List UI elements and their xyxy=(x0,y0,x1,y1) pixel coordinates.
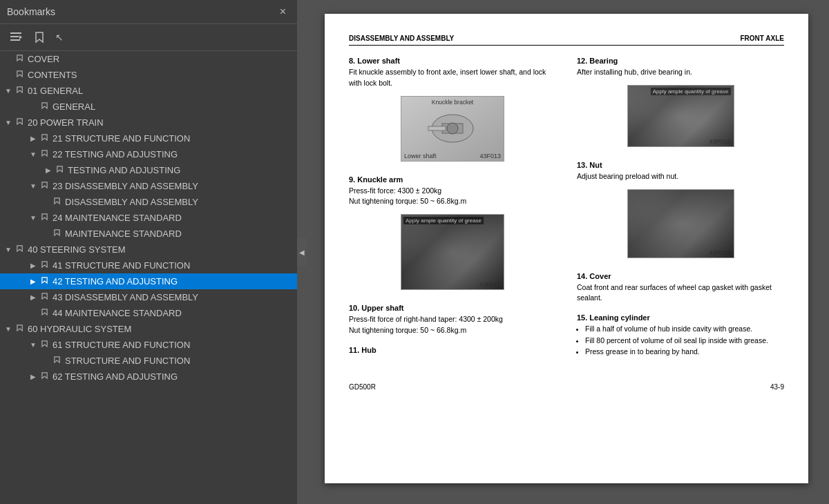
page-footer-left: GD500R xyxy=(349,383,376,391)
toggle-42testing[interactable]: ▶ xyxy=(28,278,39,285)
bookmark-item-24maintenance[interactable]: ▼ 24 MAINTENANCE STANDARD xyxy=(0,210,297,226)
bookmark-flag-icon-17 xyxy=(39,309,50,318)
toggle-60hydraulic[interactable]: ▼ xyxy=(3,325,14,333)
bookmark-flag-icon-15 xyxy=(39,277,50,286)
bookmark-item-61structure[interactable]: ▼ 61 STRUCTURE AND FUNCTION xyxy=(0,337,297,353)
bookmark-item-23disassembly[interactable]: ▼ 23 DISASSEMBLY AND ASSEMBLY xyxy=(0,178,297,194)
doc-item-12-text: After installing hub, drive bearing in. xyxy=(577,67,784,78)
bookmark-item-60hydraulic[interactable]: ▼ 60 HYDRAULIC SYSTEM xyxy=(0,321,297,337)
doc-item-8: 8. Lower shaft Fit knuckle assembly to f… xyxy=(349,57,556,166)
doc-item-15-title: 15. Leaning cylinder xyxy=(577,313,784,322)
bookmark-item-41structure[interactable]: ▶ 41 STRUCTURE AND FUNCTION xyxy=(0,258,297,273)
doc-figure-12: Apply ample quantity of grease 43P016 xyxy=(577,81,784,151)
toggle-62testing[interactable]: ▶ xyxy=(28,373,39,380)
bookmark-item-42testing[interactable]: ▶ 42 TESTING AND ADJUSTING xyxy=(0,273,297,289)
toggle-22testing[interactable]: ▼ xyxy=(28,151,39,158)
doc-image-8: Knuckle bracket 43F013 Lower shaft xyxy=(401,96,504,162)
close-button[interactable]: × xyxy=(276,4,290,19)
toggle-23disassembly[interactable]: ▼ xyxy=(28,182,39,190)
collapse-tab[interactable]: ◀ xyxy=(297,238,307,266)
bookmark-label-contents: CONTENTS xyxy=(28,70,294,80)
doc-item-11: 11. Hub xyxy=(349,346,556,354)
bookmark-item-cover[interactable]: COVER xyxy=(0,51,297,67)
toggle-testing-adj: ▶ xyxy=(43,166,54,174)
doc-item-14-number: 14. xyxy=(577,272,587,280)
fig-id-12: 43P016 xyxy=(709,138,730,145)
bookmark-flag-icon-2 xyxy=(14,70,25,79)
bookmarks-title: Bookmarks xyxy=(7,6,55,17)
bookmark-flag-icon-18 xyxy=(14,324,25,333)
svg-point-6 xyxy=(447,123,458,134)
doc-item-13-title: 13. Nut xyxy=(577,161,784,169)
toggle-61structure[interactable]: ▼ xyxy=(28,341,39,349)
bookmark-flag-icon-16 xyxy=(39,293,50,302)
doc-item-10-title: 10. Upper shaft xyxy=(349,304,556,312)
bookmark-item-40steering[interactable]: ▼ 40 STEERING SYSTEM xyxy=(0,242,297,258)
bookmark-item-44maintenance[interactable]: 44 MAINTENANCE STANDARD xyxy=(0,305,297,321)
fig-id-8: 43F013 xyxy=(479,153,501,159)
bookmark-label-disassembly-assembly: DISASSEMBLY AND ASSEMBLY xyxy=(65,197,294,207)
toggle-20powertrain[interactable]: ▼ xyxy=(3,119,14,126)
doc-item-13-text: Adjust bearing preload with nut. xyxy=(577,171,784,182)
toggle-40steering[interactable]: ▼ xyxy=(3,246,14,253)
bookmark-flag-icon-11 xyxy=(39,213,50,222)
bookmark-item-general[interactable]: GENERAL xyxy=(0,99,297,115)
bookmark-add-button[interactable] xyxy=(29,28,50,46)
doc-item-9-label: Knuckle arm xyxy=(357,175,403,184)
doc-item-8-title: 8. Lower shaft xyxy=(349,57,556,65)
doc-figure-8: Knuckle bracket 43F013 Lower shaft xyxy=(349,92,556,166)
bookmark-item-contents[interactable]: CONTENTS xyxy=(0,67,297,83)
lower-shaft-svg xyxy=(421,104,484,153)
doc-item-13-number: 13. xyxy=(577,161,587,169)
bookmark-label-41structure: 41 STRUCTURE AND FUNCTION xyxy=(53,260,294,271)
bookmark-item-structure-function[interactable]: STRUCTURE AND FUNCTION xyxy=(0,353,297,369)
bookmark-item-maintenance-standard[interactable]: MAINTENANCE STANDARD xyxy=(0,226,297,242)
doc-item-12: 12. Bearing After installing hub, drive … xyxy=(577,57,784,151)
doc-item-14: 14. Cover Coat front and rear surfaces o… xyxy=(577,272,784,304)
bookmark-item-21structure[interactable]: ▶ 21 STRUCTURE AND FUNCTION xyxy=(0,130,297,146)
toggle-41structure[interactable]: ▶ xyxy=(28,262,39,269)
bookmark-item-disassembly-assembly[interactable]: DISASSEMBLY AND ASSEMBLY xyxy=(0,194,297,210)
doc-item-9: 9. Knuckle arm Press-fit force: 4300 ± 2… xyxy=(349,175,556,295)
toggle-43disassembly[interactable]: ▶ xyxy=(28,293,39,301)
doc-item-10-text: Press-fit force of right-hand taper: 430… xyxy=(349,314,556,336)
fig-caption-8: Lower shaft xyxy=(404,153,437,159)
bookmarks-panel: Bookmarks × ↖ COVER xyxy=(0,0,297,504)
toggle-21structure[interactable]: ▶ xyxy=(28,135,39,142)
doc-image-9: Apply ample quantity of grease 43P017 xyxy=(401,214,504,290)
document-page: DISASSEMBLY AND ASSEMBLY FRONT AXLE 8. L… xyxy=(325,14,808,483)
document-content[interactable]: DISASSEMBLY AND ASSEMBLY FRONT AXLE 8. L… xyxy=(297,0,829,504)
toggle-01general[interactable]: ▼ xyxy=(3,87,14,95)
doc-item-14-title: 14. Cover xyxy=(577,272,784,280)
bookmark-item-testing-adj[interactable]: ▶ TESTING AND ADJUSTING xyxy=(0,162,297,178)
bookmark-item-43disassembly[interactable]: ▶ 43 DISASSEMBLY AND ASSEMBLY xyxy=(0,289,297,305)
doc-item-8-label: Lower shaft xyxy=(357,57,400,65)
bookmark-flag-icon-19 xyxy=(39,340,50,349)
doc-item-11-title: 11. Hub xyxy=(349,346,556,354)
bookmark-flag-icon-13 xyxy=(14,245,25,254)
grease-label-9: Apply ample quantity of grease xyxy=(403,217,484,224)
doc-image-12: Apply ample quantity of grease 43P016 xyxy=(627,85,734,147)
page-header: DISASSEMBLY AND ASSEMBLY FRONT AXLE xyxy=(349,35,784,46)
bookmark-label-22testing: 22 TESTING AND ADJUSTING xyxy=(53,149,294,159)
svg-marker-3 xyxy=(19,35,22,39)
expand-all-button[interactable] xyxy=(6,28,26,46)
doc-item-11-number: 11. xyxy=(349,346,359,354)
page-header-left: DISASSEMBLY AND ASSEMBLY xyxy=(349,35,454,42)
bookmark-label-40steering: 40 STEERING SYSTEM xyxy=(28,244,294,255)
bookmark-label-61structure: 61 STRUCTURE AND FUNCTION xyxy=(53,340,294,350)
doc-item-9-text: Press-fit force: 4300 ± 200kg Nut tighte… xyxy=(349,186,556,208)
bookmark-item-62testing[interactable]: ▶ 62 TESTING AND ADJUSTING xyxy=(0,369,297,385)
doc-item-12-number: 12. xyxy=(577,57,587,65)
bookmark-item-20powertrain[interactable]: ▼ 20 POWER TRAIN xyxy=(0,115,297,130)
bookmark-flag-icon-6 xyxy=(39,134,50,143)
svg-rect-7 xyxy=(428,126,446,130)
bookmark-label-general: GENERAL xyxy=(53,101,294,112)
bookmark-item-22testing[interactable]: ▼ 22 TESTING AND ADJUSTING xyxy=(0,146,297,162)
page-footer-right: 43-9 xyxy=(770,383,784,391)
bookmark-flag-icon-8 xyxy=(54,166,65,175)
bookmark-label-62testing: 62 TESTING AND ADJUSTING xyxy=(53,371,294,382)
doc-item-10: 10. Upper shaft Press-fit force of right… xyxy=(349,304,556,336)
toggle-24maintenance[interactable]: ▼ xyxy=(28,214,39,222)
bookmark-item-01general[interactable]: ▼ 01 GENERAL xyxy=(0,83,297,99)
